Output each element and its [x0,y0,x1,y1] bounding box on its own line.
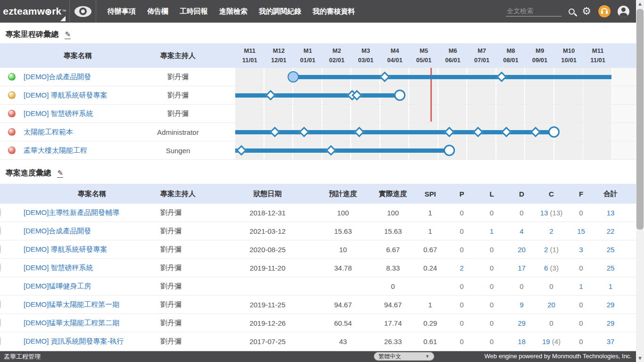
month-header-13: M1111/01 [583,46,612,65]
milestone-diamond-icon [270,127,281,138]
project-name-link[interactable]: [DEMO]合成產品開發 [24,227,154,236]
stat-link[interactable]: 22 [607,227,615,235]
stat-cell-c: 19 (4) [537,337,566,346]
stat-cell-c: 20 [537,301,566,309]
project-name-link[interactable]: [DEMO] 導航系統研發專案 [24,245,154,254]
menu-item-2[interactable]: 佈告欄 [147,7,168,16]
stat-link[interactable]: 29 [518,319,526,327]
milestone-rows: [DEMO]合成產品開發劉丹彌[DEMO] 導航系統研發專案劉丹彌[DEMO] … [0,68,636,160]
stat-link[interactable]: 29 [607,319,615,327]
stat-link[interactable]: 18 [518,337,526,346]
stat-link[interactable]: 1 [579,282,583,290]
stat-link[interactable]: 20 [547,301,555,309]
stat-cell-d: 0 [507,209,537,217]
project-name-link[interactable]: 太陽能工程範本 [24,128,132,137]
project-name-link[interactable]: [DEMO]猛嘩健身工房 [24,282,154,291]
progress-title-text: 專案進度彙總 [6,169,51,177]
milestone-edit-icon[interactable]: ✎ [65,31,71,39]
stat-link[interactable]: 9 [520,301,523,309]
progress-section-title: 專案進度彙總 ✎ [6,168,63,178]
project-name-link[interactable]: [DEMO]合成產品開發 [24,73,132,82]
project-name-link[interactable]: [DEMO] 導航系統研發專案 [24,91,132,100]
progress-edit-icon[interactable]: ✎ [57,170,63,178]
month-date: 05/01 [409,56,438,65]
stat-link[interactable]: 2 [544,246,548,254]
col-header-4: 預計進度 [314,189,372,198]
month-header-5: M303/01 [351,46,380,65]
status-dot-red [0,263,1,272]
scroll-down-arrow-icon[interactable]: ▼ [636,354,644,362]
stat-link[interactable]: 25 [607,246,615,254]
month-header-10: M808/01 [496,46,526,65]
col-header-9: D [507,190,537,198]
stat-cell-l: 0 [477,319,507,327]
project-name-link[interactable]: [DEMO] 資訊系統開發專案-執行 [24,337,154,346]
month-label: M10 [554,46,584,56]
month-date: 04/01 [380,56,410,65]
stat-link[interactable]: 1 [609,282,612,290]
month-label: M3 [351,46,380,56]
menu-item-6[interactable]: 我的審核資料 [313,7,355,16]
month-header-4: M202/01 [322,46,352,65]
month-date: 06/01 [438,56,468,65]
menu-item-4[interactable]: 進階檢索 [219,7,248,16]
language-select[interactable]: 繁體中文 ▼ [374,352,434,361]
brand-suffix: rk [52,6,61,17]
col-header-project-lead: 專案主持人 [132,51,224,60]
stat-link[interactable]: 29 [607,301,615,309]
status-dot-green [0,226,1,235]
brand-logo[interactable]: ezteamwrk™ [0,0,69,23]
stat-link[interactable]: 3 [579,246,583,254]
vertical-scrollbar[interactable]: ▲ ▼ [636,0,644,362]
stat-cell-f: 0 [566,301,596,309]
month-header-9: M707/01 [467,46,496,65]
stat-link[interactable]: 25 [607,264,615,272]
project-name-link[interactable]: 孟華大樓太陽能工程 [24,146,132,155]
milestone-end-circle-icon [394,90,405,101]
progress-table-header: 專案名稱專案主持人狀態日期預計進度實際進度SPIPLDCF合計 [0,184,636,204]
menu-item-1[interactable]: 待辦事項 [107,7,136,16]
stat-link[interactable]: 19 [542,337,550,346]
stat-cell-total: 29 [596,301,625,309]
user-account-icon[interactable] [618,6,629,17]
eye-logo-button[interactable] [69,0,96,23]
month-label: M7 [467,46,496,56]
status-dot-green [0,208,1,217]
support-headset-icon[interactable] [598,5,611,17]
month-label: M2 [322,46,352,56]
stat-link[interactable]: 1 [490,227,494,235]
month-header-12: M1010/01 [554,46,584,65]
stat-link[interactable]: 2 [460,264,463,272]
stat-link[interactable]: 6 [544,264,548,272]
stat-link[interactable]: 4 [520,227,523,235]
stat-link[interactable]: 20 [518,246,526,254]
project-name-link[interactable]: [DEMO] 智慧磅秤系統 [24,263,154,272]
search-icon[interactable] [569,8,575,15]
stat-link[interactable]: 13 [540,209,548,217]
milestone-end-circle-icon [444,145,455,156]
stat-link[interactable]: 13 [607,209,615,217]
stat-value: 0 [490,337,494,346]
brand-prefix: ezteamw [3,6,45,17]
stat-link[interactable]: 2 [549,227,553,235]
gear-icon[interactable]: ⚙ [582,6,591,16]
stat-cell-l: 0 [477,282,507,290]
stat-link[interactable]: 37 [607,337,615,346]
menu-item-3[interactable]: 工時回報 [180,7,208,16]
scroll-up-arrow-icon[interactable]: ▲ [636,0,644,8]
menu-item-5[interactable]: 我的調閱紀錄 [259,7,301,16]
stat-link[interactable]: 17 [518,264,526,272]
search-input[interactable] [506,6,561,16]
status-date: 2019-11-25 [222,301,314,309]
project-name-link[interactable]: [DEMO]猛華太陽能工程第二期 [24,319,154,328]
project-lead: 劉丹彌 [132,73,224,82]
month-date: 11/01 [583,56,612,65]
project-name-link[interactable]: [DEMO]猛華太陽能工程第一期 [24,300,154,309]
project-name-link[interactable]: [DEMO] 智慧磅秤系統 [24,109,132,118]
stat-link[interactable]: 15 [577,227,585,235]
stat-cell-l: 0 [477,209,507,217]
progress-row: [DEMO] 智慧磅秤系統劉丹彌2019-11-2034.788.330.242… [0,259,636,277]
project-name-link[interactable]: [DEMO]主導性新產品開發輔導 [24,208,154,217]
scrollbar-thumb[interactable] [636,9,644,230]
month-header-7: M505/01 [409,46,438,65]
